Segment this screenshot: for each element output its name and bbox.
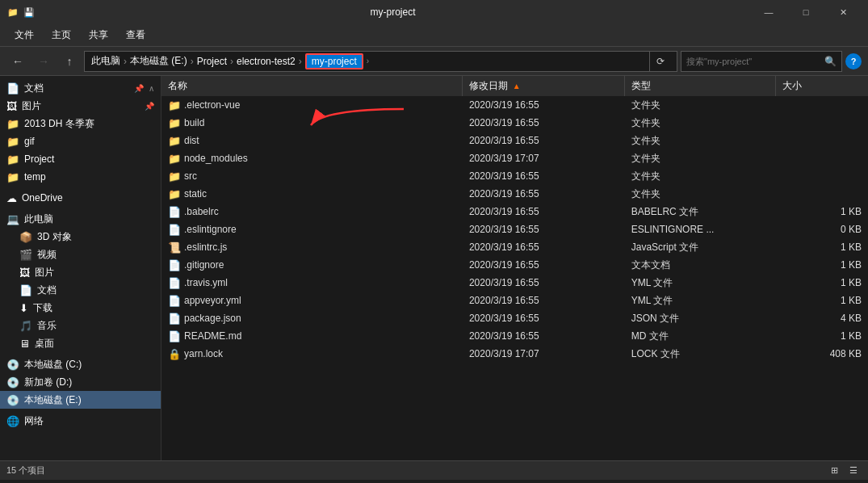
download-icon: ⬇ [19, 302, 28, 314]
view-list-button[interactable]: ☰ [845, 464, 862, 478]
file-size [775, 114, 868, 132]
docs2-icon: 📄 [19, 284, 32, 296]
file-icon: 📁 [168, 170, 181, 183]
file-size [775, 149, 868, 167]
file-size [775, 96, 868, 114]
file-name: .gitignore [184, 259, 224, 271]
file-date: 2020/3/19 17:07 [463, 345, 625, 363]
file-date: 2020/3/19 16:55 [463, 256, 625, 274]
file-size: 1 KB [775, 238, 868, 256]
refresh-button[interactable]: ⟳ [649, 51, 670, 72]
desktop-icon: 🖥 [19, 338, 30, 350]
table-row[interactable]: 📜 .eslintrc.js 2020/3/19 16:55 JavaScrip… [161, 238, 868, 256]
sidebar-item-pics2[interactable]: 🖼 图片 [0, 263, 161, 281]
file-type: YML 文件 [625, 274, 775, 292]
breadcrumb-current[interactable]: my-project [305, 53, 363, 69]
sidebar-label-pics2: 图片 [35, 266, 54, 279]
sidebar-item-project[interactable]: 📁 Project [0, 150, 161, 168]
sidebar-item-d[interactable]: 💿 新加卷 (D:) [0, 373, 161, 391]
sidebar-label-pics: 图片 [22, 99, 41, 113]
table-row[interactable]: 📄 .eslintignore 2020/3/19 16:55 ESLINTIG… [161, 220, 868, 238]
sidebar-label-video: 视频 [37, 248, 57, 262]
file-icon: 📁 [168, 135, 181, 147]
sidebar-label-download: 下载 [33, 301, 52, 315]
menu-file[interactable]: 文件 [6, 25, 42, 45]
minimize-button[interactable]: — [750, 0, 787, 24]
sidebar-item-e[interactable]: 💿 本地磁盘 (E:) [0, 391, 161, 409]
address-bar[interactable]: 此电脑 › 本地磁盘 (E:) › Project › electron-tes… [84, 51, 677, 72]
file-icon: 📄 [168, 206, 181, 218]
sidebar-item-temp[interactable]: 📁 temp [0, 168, 161, 186]
header-date[interactable]: 修改日期 ▲ [463, 76, 625, 96]
forward-button[interactable]: → [32, 50, 55, 73]
breadcrumb-drive[interactable]: 本地磁盘 (E:) [130, 54, 187, 68]
file-type: LOCK 文件 [625, 345, 775, 363]
header-size[interactable]: 大小 [775, 76, 868, 96]
table-row[interactable]: 📁 static 2020/3/19 16:55 文件夹 [161, 185, 868, 203]
sidebar-item-download[interactable]: ⬇ 下载 [0, 299, 161, 317]
sidebar-label-desktop: 桌面 [35, 337, 54, 351]
back-button[interactable]: ← [6, 50, 29, 73]
file-size: 1 KB [775, 256, 868, 274]
table-row[interactable]: 📁 .electron-vue 2020/3/19 16:55 文件夹 [161, 96, 868, 114]
menu-share[interactable]: 共享 [81, 25, 116, 45]
table-row[interactable]: 📁 build 2020/3/19 16:55 文件夹 [161, 114, 868, 132]
search-input[interactable] [686, 57, 821, 66]
file-name: .eslintignore [184, 224, 237, 235]
table-row[interactable]: 📄 .travis.yml 2020/3/19 16:55 YML 文件 1 K… [161, 274, 868, 292]
header-type[interactable]: 类型 [625, 76, 775, 96]
file-size: 0 KB [775, 220, 868, 238]
drive-d-icon: 💿 [6, 376, 19, 388]
file-icon: 📁 [168, 99, 181, 111]
breadcrumb-electron[interactable]: electron-test2 [237, 56, 296, 67]
table-row[interactable]: 📁 src 2020/3/19 16:55 文件夹 [161, 167, 868, 185]
sidebar-item-video[interactable]: 🎬 视频 [0, 246, 161, 263]
docs-icon: 📄 [6, 82, 19, 94]
file-icon: 📄 [168, 277, 181, 289]
table-row[interactable]: 📁 node_modules 2020/3/19 17:07 文件夹 [161, 149, 868, 167]
table-row[interactable]: 📄 README.md 2020/3/19 16:55 MD 文件 1 KB [161, 327, 868, 345]
file-name: src [184, 170, 197, 182]
menu-home[interactable]: 主页 [44, 25, 79, 45]
file-icon: 📄 [168, 259, 181, 271]
sidebar-item-2013[interactable]: 📁 2013 DH 冬季赛 [0, 115, 161, 132]
help-button[interactable]: ? [845, 53, 862, 69]
sidebar-item-thispc[interactable]: 💻 此电脑 [0, 210, 161, 228]
file-date: 2020/3/19 16:55 [463, 132, 625, 149]
sidebar-item-docs[interactable]: 📄 文档 📌 ∧ [0, 79, 161, 97]
save-icon: 💾 [23, 6, 36, 19]
sidebar-item-music[interactable]: 🎵 音乐 [0, 317, 161, 334]
menu-view[interactable]: 查看 [118, 25, 153, 45]
file-type: MD 文件 [625, 327, 775, 345]
file-date: 2020/3/19 16:55 [463, 114, 625, 132]
onedrive-icon: ☁ [6, 192, 17, 204]
close-button[interactable]: ✕ [824, 0, 862, 24]
table-row[interactable]: 📄 .gitignore 2020/3/19 16:55 文本文档 1 KB [161, 256, 868, 274]
table-row[interactable]: 📄 .babelrc 2020/3/19 16:55 BABELRC 文件 1 … [161, 203, 868, 220]
table-row[interactable]: 🔒 yarn.lock 2020/3/19 17:07 LOCK 文件 408 … [161, 345, 868, 363]
sidebar-item-pics[interactable]: 🖼 图片 📌 [0, 97, 161, 115]
file-date: 2020/3/19 16:55 [463, 96, 625, 114]
sidebar-item-network[interactable]: 🌐 网络 [0, 412, 161, 430]
header-name[interactable]: 名称 [161, 76, 463, 96]
breadcrumb-pc[interactable]: 此电脑 [91, 54, 120, 68]
table-row[interactable]: 📄 appveyor.yml 2020/3/19 16:55 YML 文件 1 … [161, 292, 868, 309]
file-name-cell: 🔒 yarn.lock [161, 345, 463, 363]
sidebar-item-onedrive[interactable]: ☁ OneDrive [0, 189, 161, 207]
sidebar-item-3d[interactable]: 📦 3D 对象 [0, 228, 161, 246]
sidebar: 📄 文档 📌 ∧ 🖼 图片 📌 📁 2013 DH 冬季赛 📁 gif 📁 Pr… [0, 76, 161, 460]
sidebar-label-temp: temp [24, 171, 46, 183]
sidebar-label-d: 新加卷 (D:) [24, 376, 72, 389]
view-grid-button[interactable]: ⊞ [826, 464, 842, 478]
sidebar-item-docs2[interactable]: 📄 文档 [0, 281, 161, 299]
breadcrumb-project[interactable]: Project [197, 56, 227, 67]
search-box[interactable]: 🔍 [681, 51, 842, 72]
up-button[interactable]: ↑ [58, 50, 81, 73]
file-list[interactable]: 名称 修改日期 ▲ 类型 大小 📁 .electron-vue 2020/3/1… [161, 76, 868, 460]
maximize-button[interactable]: □ [787, 0, 824, 24]
sidebar-item-gif[interactable]: 📁 gif [0, 132, 161, 150]
table-row[interactable]: 📄 package.json 2020/3/19 16:55 JSON 文件 4… [161, 309, 868, 327]
sidebar-item-c[interactable]: 💿 本地磁盘 (C:) [0, 355, 161, 373]
table-row[interactable]: 📁 dist 2020/3/19 16:55 文件夹 [161, 132, 868, 149]
sidebar-item-desktop[interactable]: 🖥 桌面 [0, 334, 161, 352]
